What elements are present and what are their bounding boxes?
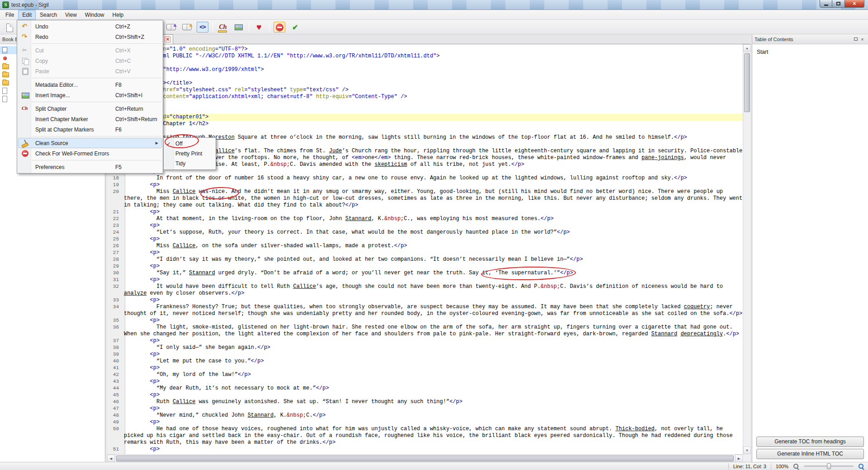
code-line-text[interactable]: Miss Callice, on the sofa under silver-s… (122, 243, 743, 249)
code-line[interactable]: 51 <p> (107, 446, 743, 453)
code-line[interactable]: 46 Ruth Callice was genuinely astonished… (107, 399, 743, 405)
menu-item-insert-image[interactable]: Insert Image...Ctrl+Shift+I (18, 90, 162, 100)
code-line[interactable]: 33 <p> (107, 297, 743, 304)
code-line-text[interactable]: <p> (122, 277, 743, 283)
code-line-text[interactable]: “I didn’t say it was my theory,” she poi… (122, 256, 743, 263)
code-line-text[interactable]: “My dear Ruth, it’s not necessary to moc… (122, 385, 743, 392)
code-line-text[interactable]: <link href="stylesheet.css" rel="stylesh… (122, 87, 743, 94)
code-line[interactable]: 25 <p> (107, 236, 743, 243)
code-line-text[interactable]: <body> (122, 107, 743, 114)
code-line[interactable]: 29 <p> (107, 263, 743, 270)
code-line-text[interactable]: “Let’s suppose, Ruth, your theory is cor… (122, 229, 743, 236)
code-line[interactable]: 45 <p> (107, 392, 743, 399)
menu-item-check-for-well-formed-errors[interactable]: Check For Well-Formed Errors (18, 148, 162, 159)
new-file-button[interactable] (4, 22, 15, 33)
code-line-text[interactable]: <!DOCTYPE html PUBLIC "-//W3C//DTD XHTML… (122, 53, 743, 60)
toc-float-button[interactable] (852, 36, 859, 42)
generate-inline-html-toc-button[interactable]: Generate Inline HTML TOC (756, 449, 864, 459)
submenu-item-tidy[interactable]: Tidy (164, 159, 216, 169)
menubar-item-help[interactable]: Help (108, 10, 128, 20)
submenu-item-pretty-print[interactable]: Pretty Print (164, 149, 216, 159)
zoom-out-icon[interactable] (793, 463, 799, 470)
code-line[interactable]: 19 <p> (107, 182, 743, 188)
code-line[interactable]: 39 <p> (107, 351, 743, 358)
code-line[interactable]: 32 It would have been difficult to tell … (107, 283, 743, 297)
code-line[interactable]: 35 <p> (107, 317, 743, 324)
vertical-scroll-thumb[interactable] (744, 53, 750, 112)
code-line-text[interactable]: <p> (122, 405, 743, 412)
validate-button[interactable]: ✔ (289, 22, 301, 33)
tab-close-icon[interactable]: × (165, 36, 171, 42)
split-view-button[interactable] (181, 22, 193, 33)
well-formed-check-button[interactable] (274, 22, 285, 33)
split-chapter-button[interactable]: Ch (217, 22, 229, 33)
submenu-item-off[interactable]: ✓Off (164, 139, 216, 149)
scroll-down-icon[interactable]: ▼ (743, 446, 751, 454)
code-line-text[interactable]: <title></title> (122, 80, 743, 87)
donate-button[interactable]: ♥ (253, 22, 265, 33)
generate-toc-from-headings-button[interactable]: Generate TOC from headings (756, 437, 864, 447)
code-line[interactable]: 28 “I didn’t say it was my theory,” she … (107, 256, 743, 263)
book-view-button[interactable] (165, 22, 177, 33)
code-line-text[interactable]: <?xml version="1.0" encoding="UTF-8"?> (122, 46, 743, 53)
scroll-up-icon[interactable]: ▲ (743, 44, 751, 52)
code-line[interactable]: 50 He had one of those heavy voices, rou… (107, 426, 743, 446)
menubar-item-window[interactable]: Window (81, 10, 108, 20)
code-line-text[interactable]: <p> (122, 419, 743, 426)
code-line-text[interactable]: <meta content="application/xhtml+xml; ch… (122, 94, 743, 100)
code-line-text[interactable]: Ruth Callice was genuinely astonished. S… (122, 399, 743, 405)
code-line[interactable]: 21 <p> (107, 209, 743, 216)
code-line-text[interactable]: <p> (122, 222, 743, 229)
code-line-text[interactable]: <p> (122, 249, 743, 256)
code-line[interactable]: 40 “Let me put the case to you.”</p> (107, 358, 743, 365)
code-view[interactable]: 1<?xml version="1.0" encoding="UTF-8"?>2… (107, 44, 743, 454)
code-line[interactable]: 2<!DOCTYPE html PUBLIC "-//W3C//DTD XHTM… (107, 53, 743, 60)
menu-item-undo[interactable]: UndoCtrl+Z (18, 21, 162, 32)
code-line[interactable]: 4<html xmlns="http://www.w3.org/1999/xht… (107, 66, 743, 73)
horizontal-scroll-thumb[interactable] (116, 456, 734, 461)
menu-item-preferences[interactable]: PreferencesF5 (18, 162, 162, 172)
code-line[interactable]: 42 “Oh, my lord of the law!”</p> (107, 371, 743, 378)
code-line-text[interactable]: <p> (122, 127, 743, 134)
code-line-text[interactable]: It would have been difficult to tell Rut… (122, 283, 743, 297)
code-line-text[interactable]: </head> (122, 100, 743, 107)
code-line-text[interactable]: <p> (122, 378, 743, 385)
toc-entry-start[interactable]: Start (757, 48, 868, 56)
code-line-text[interactable]: <p> (122, 446, 743, 453)
code-line-text[interactable]: In front of the door of number 16 stood … (122, 175, 743, 182)
code-line-text[interactable]: “Say it,” Stannard urged dryly. “Don’t b… (122, 270, 743, 277)
code-line[interactable]: 30 “Say it,” Stannard urged dryly. “Don’… (107, 270, 743, 277)
code-line[interactable]: 31 <p> (107, 277, 743, 283)
code-line-text[interactable]: “Let me put the case to you.”</p> (122, 358, 743, 365)
code-line-text[interactable]: <p> (122, 182, 743, 188)
toc-close-button[interactable]: × (859, 36, 866, 42)
code-line[interactable]: 5<head> (107, 73, 743, 80)
code-line[interactable]: 11 <div id="chapter01"> (107, 114, 743, 121)
code-line[interactable]: 26 Miss Callice, on the sofa under silve… (107, 243, 743, 249)
code-line[interactable]: 34 Frankness? Honesty? True; but these q… (107, 304, 743, 317)
code-line-text[interactable]: <p> (122, 351, 743, 358)
code-line-text[interactable]: <div id="chapter01"> (122, 114, 743, 121)
menu-item-clean-source[interactable]: Clean Source▶ (18, 138, 162, 148)
code-line[interactable]: 23 <p> (107, 222, 743, 229)
scroll-left-icon[interactable]: ◀ (107, 455, 115, 462)
code-line[interactable]: 36 The light, smoke-misted, glistened on… (107, 324, 743, 338)
vertical-scrollbar[interactable]: ▲ ▼ (743, 44, 750, 454)
menu-item-insert-chapter-marker[interactable]: Insert Chapter MarkerCtrl+Shift+Return (18, 114, 162, 124)
code-line[interactable]: 7 <link href="stylesheet.css" rel="style… (107, 87, 743, 94)
code-line-text[interactable]: <h2>Chapter 1</h2> (122, 121, 743, 127)
code-line-text[interactable]: <p> (122, 209, 743, 216)
code-line-text[interactable]: <p> (122, 317, 743, 324)
menubar-item-view[interactable]: View (61, 10, 81, 20)
code-line[interactable]: 6 <title></title> (107, 80, 743, 87)
menubar-item-file[interactable]: File (1, 10, 18, 20)
menu-item-metadata-editor[interactable]: Metadata Editor...F8 (18, 80, 162, 90)
code-line-text[interactable]: <p> (122, 297, 743, 304)
menubar-item-search[interactable]: Search (36, 10, 61, 20)
code-line-text[interactable]: “Never mind,” chuckled John Stannard, K.… (122, 412, 743, 419)
code-line-text[interactable]: <html xmlns="http://www.w3.org/1999/xhtm… (122, 66, 743, 73)
code-line-text[interactable]: <p> (122, 263, 743, 270)
scroll-right-icon[interactable]: ▶ (735, 455, 743, 462)
horizontal-scrollbar[interactable]: ◀ ▶ (107, 454, 743, 462)
code-line[interactable]: 37 <p> (107, 338, 743, 344)
